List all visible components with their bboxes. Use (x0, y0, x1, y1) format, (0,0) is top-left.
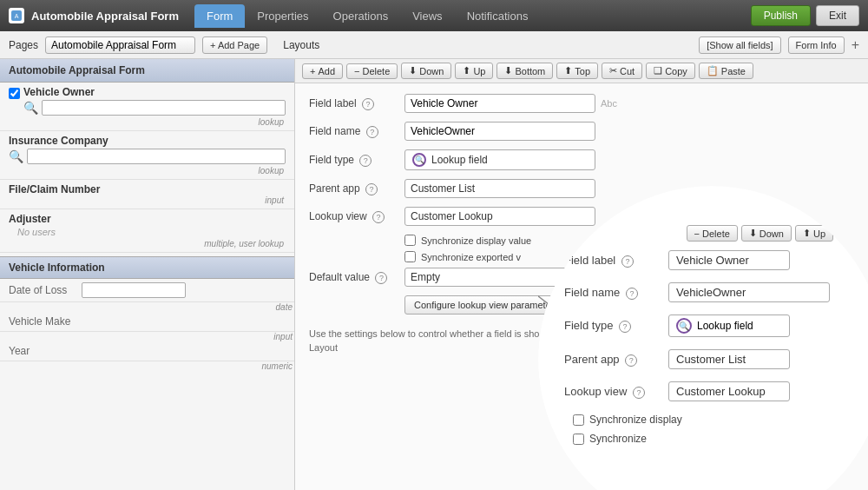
vehicle-owner-search: 🔍 (23, 100, 286, 116)
svg-text:A: A (15, 13, 19, 19)
parent-app-help-icon[interactable]: ? (365, 183, 378, 195)
vehicle-make-label: Vehicle Make (9, 315, 78, 328)
overlay-delete-button[interactable]: − Delete (687, 225, 738, 242)
abc-label: Abc (601, 98, 617, 109)
overlay-lookup-icon: 🔍 (676, 318, 692, 334)
file-claim-type: input (9, 195, 286, 205)
field-type-label: Field type ? (309, 154, 404, 167)
editor-toolbar: +Add −Delete ⬇Down ⬆Up ⬇Bottom ⬆Top ✂Cut… (295, 59, 868, 83)
overlay-lookup-view-help[interactable]: ? (633, 387, 645, 399)
top-arrow-icon: ⬆ (564, 65, 572, 76)
date-of-loss-input[interactable] (82, 282, 186, 298)
overlay-field-name-label: Field name ? (564, 286, 668, 300)
pages-select[interactable]: Automobile Appraisal Form (45, 36, 195, 54)
overlay-field-name-help[interactable]: ? (626, 288, 638, 300)
list-item: Vehicle Make (0, 312, 294, 332)
overlay-field-type-help[interactable]: ? (619, 321, 631, 333)
tab-form[interactable]: Form (194, 4, 245, 28)
down-button[interactable]: ⬇Down (401, 63, 451, 79)
field-label-help-icon[interactable]: ? (362, 98, 374, 110)
field-name-help-icon[interactable]: ? (366, 126, 378, 138)
down-icon: ⬇ (749, 228, 757, 239)
list-item: Date of Loss (0, 279, 294, 302)
bottom-arrow-icon: ⬇ (504, 65, 512, 76)
nav-tabs: Form Properties Operations Views Notific… (194, 4, 540, 28)
delete-button[interactable]: −Delete (346, 63, 398, 79)
pages-label: Pages (9, 39, 38, 51)
show-all-fields-button[interactable]: [Show all fields] (699, 36, 780, 54)
form-title-bar: Automobile Appraisal Form (0, 59, 294, 83)
field-name-row: Field name ? (309, 122, 854, 141)
overlay-lookup-view-row: Lookup view ? Customer Lookup (564, 381, 859, 401)
add-page-button[interactable]: + Add Page (202, 36, 267, 54)
copy-button[interactable]: ❑Copy (646, 63, 695, 79)
add-tab-button[interactable]: + (852, 37, 859, 53)
overlay-field-type-row: Field type ? 🔍 Lookup field (564, 315, 859, 337)
overlay-sync-display-row: Synchronize display (573, 414, 859, 426)
sync-display-checkbox[interactable] (404, 235, 416, 246)
field-type-display[interactable]: 🔍 Lookup field (404, 149, 595, 170)
field-label-input[interactable] (404, 94, 595, 113)
lookup-view-label: Lookup view ? (309, 210, 404, 223)
copy-icon: ❑ (654, 65, 662, 76)
lookup-type-text: Lookup field (431, 154, 488, 166)
adjuster-type: multiple, user lookup (9, 239, 286, 248)
field-type-help-icon[interactable]: ? (359, 155, 372, 167)
tab-views[interactable]: Views (400, 4, 454, 28)
top-button[interactable]: ⬆Top (556, 63, 598, 79)
bottom-button[interactable]: ⬇Bottom (496, 63, 553, 79)
default-value-help-icon[interactable]: ? (375, 272, 387, 284)
tab-operations[interactable]: Operations (321, 4, 401, 28)
insurance-search: 🔍 (9, 149, 286, 164)
sync-exported-label: Synchronize exported v (421, 252, 521, 262)
nav-right: Publish Exit (751, 5, 859, 26)
overlay-lookup-view-label: Lookup view ? (564, 385, 668, 399)
parent-app-label: Parent app ? (309, 182, 404, 195)
field-type-row: Field type ? 🔍 Lookup field (309, 149, 854, 170)
date-of-loss-type: date (0, 302, 294, 312)
overlay-field-name-input[interactable] (668, 282, 830, 302)
overlay-parent-app-row: Parent app ? Customer List (564, 349, 859, 369)
down-arrow-icon: ⬇ (409, 65, 417, 76)
tab-notifications[interactable]: Notifications (455, 4, 541, 28)
cut-button[interactable]: ✂Cut (602, 63, 642, 79)
overlay-down-button[interactable]: ⬇ Down (741, 225, 792, 242)
default-value-label: Default value ? (309, 271, 404, 284)
up-button[interactable]: ⬆Up (455, 63, 493, 79)
field-name-input[interactable] (404, 122, 595, 141)
add-button[interactable]: +Add (302, 63, 343, 79)
date-of-loss-label: Date of Loss (9, 284, 78, 296)
delete-icon: − (354, 66, 359, 76)
overlay-field-type-text: Lookup field (697, 320, 753, 332)
lookup-view-help-icon[interactable]: ? (372, 211, 385, 223)
overlay-field-label-row: Field label ? Vehicle Owner (564, 250, 859, 270)
form-info-button[interactable]: Form Info (788, 36, 845, 54)
overlay-sync-display-label: Synchronize display (589, 414, 682, 426)
secondary-bar: Pages Automobile Appraisal Form + Add Pa… (0, 31, 868, 59)
tab-properties[interactable]: Properties (245, 4, 320, 28)
left-panel: Automobile Appraisal Form Vehicle Owner … (0, 59, 295, 490)
overlay-sync2-checkbox[interactable] (573, 434, 584, 445)
adjuster-label: Adjuster (9, 213, 286, 225)
sync-exported-checkbox[interactable] (404, 251, 416, 262)
minus-icon: − (694, 228, 700, 239)
list-item: Year (0, 341, 294, 361)
vehicle-owner-input[interactable] (42, 100, 286, 116)
overlay-parent-app-value: Customer List (668, 349, 790, 369)
overlay-sync-display-checkbox[interactable] (573, 414, 584, 426)
exit-button[interactable]: Exit (816, 5, 859, 26)
file-claim-label: File/Claim Number (9, 183, 286, 195)
year-type: numeric (0, 361, 294, 371)
publish-button[interactable]: Publish (751, 5, 811, 26)
overlay-field-label-help[interactable]: ? (621, 255, 634, 268)
overlay-field-type-display[interactable]: 🔍 Lookup field (668, 315, 790, 337)
adjuster-value: No users (9, 225, 286, 239)
overlay-parent-app-help[interactable]: ? (625, 354, 637, 367)
sync-display-label: Synchronize display value (421, 235, 531, 246)
vehicle-owner-checkbox[interactable] (9, 88, 20, 99)
overlay-parent-app-label: Parent app ? (564, 353, 668, 367)
vehicle-information-header: Vehicle Information (0, 256, 294, 279)
insurance-input[interactable] (27, 149, 286, 164)
paste-button[interactable]: 📋Paste (699, 63, 753, 79)
app-icon: A (9, 8, 24, 23)
